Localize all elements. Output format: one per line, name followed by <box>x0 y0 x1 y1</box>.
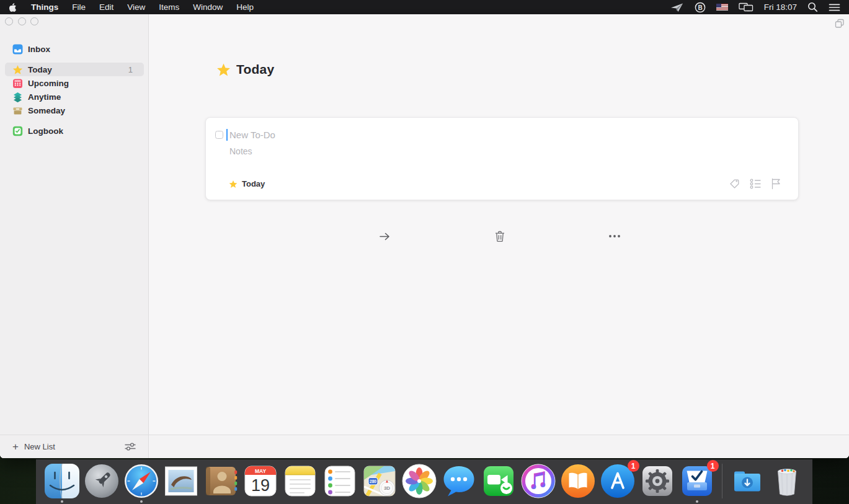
sidebar: Inbox Today 1 <box>0 14 149 458</box>
new-list-label: New List <box>24 442 55 451</box>
main-toolbar-bg <box>149 435 849 458</box>
todo-checkbox[interactable] <box>215 131 223 139</box>
logbook-icon <box>12 126 23 136</box>
dock-finder[interactable] <box>44 463 80 499</box>
flag-icon[interactable] <box>771 178 781 192</box>
displays-icon[interactable] <box>739 0 753 14</box>
anytime-stack-icon <box>12 92 23 102</box>
contacts-icon <box>203 463 239 499</box>
dock-reminders[interactable] <box>322 463 358 499</box>
today-count-badge: 1 <box>128 65 133 74</box>
svg-text:280: 280 <box>370 479 376 484</box>
mail-icon <box>163 463 199 499</box>
sidebar-item-anytime[interactable]: Anytime <box>0 90 149 104</box>
notification-center-icon[interactable] <box>829 0 840 14</box>
menu-app-name[interactable]: Things <box>24 0 65 14</box>
apple-icon <box>9 2 17 12</box>
today-star-icon <box>216 63 231 77</box>
us-flag-icon[interactable] <box>716 4 728 11</box>
dock-system-preferences[interactable] <box>639 463 675 499</box>
new-list-button[interactable]: + New List <box>12 435 55 458</box>
svg-text:3D: 3D <box>383 485 389 491</box>
dock-safari[interactable] <box>123 463 159 499</box>
menu-edit[interactable]: Edit <box>92 0 120 14</box>
sidebar-item-label: Logbook <box>28 126 63 136</box>
messages-icon <box>441 463 477 499</box>
todo-when[interactable]: Today <box>229 179 265 188</box>
system-preferences-icon <box>639 463 675 499</box>
text-caret <box>226 129 228 141</box>
today-star-icon <box>229 180 238 188</box>
dock-mail[interactable] <box>163 463 199 499</box>
inbox-icon <box>12 44 23 55</box>
sidebar-item-label: Anytime <box>28 92 61 102</box>
sidebar-item-inbox[interactable]: Inbox <box>0 42 149 56</box>
things-window: Inbox Today 1 <box>0 14 849 458</box>
reminders-icon <box>322 463 358 499</box>
notes-icon <box>282 463 318 499</box>
menu-items[interactable]: Items <box>152 0 186 14</box>
todo-title-field[interactable]: New To-Do <box>229 130 275 140</box>
paper-plane-icon[interactable] <box>670 0 684 14</box>
sidebar-item-label: Upcoming <box>28 79 69 88</box>
trash-button[interactable] <box>489 14 510 458</box>
dock-itunes[interactable] <box>520 463 556 499</box>
when-label: Today <box>242 179 265 188</box>
dock-facetime[interactable] <box>481 463 517 499</box>
page-title-text: Today <box>236 62 274 77</box>
apple-menu[interactable] <box>0 0 24 14</box>
app-store-badge: 1 <box>628 460 639 472</box>
dock-downloads[interactable] <box>729 463 765 499</box>
dock-contacts[interactable] <box>203 463 239 499</box>
tag-icon[interactable] <box>729 178 740 192</box>
running-indicator <box>140 500 143 503</box>
upcoming-calendar-icon <box>12 78 23 89</box>
trash-full-icon <box>769 463 805 499</box>
dock-launchpad[interactable] <box>84 463 120 499</box>
dock-calendar[interactable]: MAY 19 <box>242 463 278 499</box>
svg-text:19: 19 <box>251 476 269 495</box>
menu-view[interactable]: View <box>120 0 152 14</box>
dock-app-store[interactable]: 1 <box>600 463 636 499</box>
dock-trash[interactable] <box>769 463 805 499</box>
today-star-icon <box>12 64 23 75</box>
running-indicator <box>696 500 698 503</box>
sidebar-toolbar: + New List <box>0 435 149 458</box>
menu-bar: Things File Edit View Items Window Help … <box>0 0 849 14</box>
dock-photos[interactable] <box>401 463 437 499</box>
zoom-button[interactable] <box>30 17 38 25</box>
list-settings-button[interactable] <box>120 435 141 458</box>
facetime-icon <box>481 463 517 499</box>
sidebar-item-label: Today <box>28 65 52 74</box>
dock-ibooks[interactable] <box>560 463 596 499</box>
menu-file[interactable]: File <box>65 0 92 14</box>
plus-icon: + <box>12 441 19 452</box>
checklist-icon[interactable] <box>750 179 762 192</box>
dock-notes[interactable] <box>282 463 318 499</box>
b-circle-icon[interactable]: B <box>695 0 706 14</box>
todo-notes-field[interactable]: Notes <box>229 146 252 156</box>
window-pages-icon[interactable] <box>835 19 845 31</box>
bottom-toolbar: + New List <box>0 435 849 458</box>
more-button[interactable] <box>604 14 625 458</box>
sidebar-item-someday[interactable]: Someday <box>0 104 149 117</box>
maps-icon: 280 3D <box>362 463 398 499</box>
move-arrow-button[interactable] <box>375 14 396 458</box>
running-indicator <box>61 500 63 503</box>
menu-clock[interactable]: Fri 18:07 <box>764 0 797 14</box>
main-area: Today New To-Do Notes Today <box>149 14 849 458</box>
dock-maps[interactable]: 280 3D <box>362 463 398 499</box>
menu-window[interactable]: Window <box>186 0 229 14</box>
close-button[interactable] <box>5 17 13 25</box>
dock-messages[interactable] <box>441 463 477 499</box>
ibooks-icon <box>560 463 596 499</box>
sidebar-item-today[interactable]: Today 1 <box>5 63 144 76</box>
dock-things[interactable]: 1 <box>679 463 715 499</box>
itunes-icon <box>520 463 556 499</box>
menu-help[interactable]: Help <box>229 0 260 14</box>
spotlight-icon[interactable] <box>807 0 818 14</box>
dock: MAY 19 <box>36 459 812 504</box>
sidebar-item-upcoming[interactable]: Upcoming <box>0 76 149 90</box>
sidebar-item-logbook[interactable]: Logbook <box>0 124 149 138</box>
minimize-button[interactable] <box>18 17 26 25</box>
